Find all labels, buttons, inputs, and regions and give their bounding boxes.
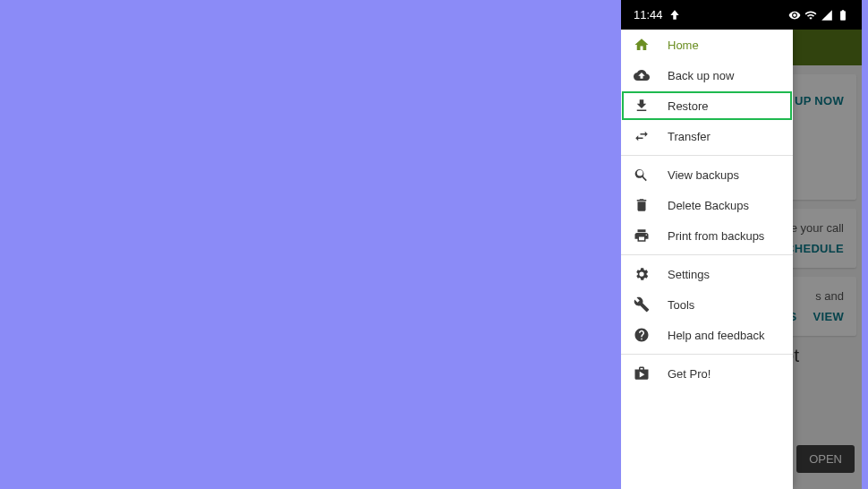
- navigation-drawer: Home Back up now Restore Transfer View: [621, 30, 793, 489]
- divider: [621, 155, 793, 156]
- status-right: [788, 9, 849, 21]
- drawer-item-restore[interactable]: Restore: [621, 90, 793, 121]
- drawer-item-settings[interactable]: Settings: [621, 259, 793, 289]
- help-icon: [634, 327, 650, 343]
- drawer-label: View backups: [668, 168, 739, 182]
- drawer-item-home[interactable]: Home: [621, 30, 793, 60]
- status-time: 11:44: [634, 8, 663, 21]
- divider: [621, 354, 793, 355]
- drawer-item-getpro[interactable]: Get Pro!: [621, 358, 793, 389]
- drawer-label: Home: [668, 39, 699, 52]
- transfer-icon: [634, 128, 650, 144]
- drawer-item-tools[interactable]: Tools: [621, 289, 793, 320]
- notification-icon: [668, 9, 681, 21]
- battery-icon: [837, 9, 849, 21]
- drawer-label: Delete Backups: [668, 199, 749, 212]
- shop-icon: [634, 365, 650, 382]
- divider: [621, 254, 793, 255]
- gear-icon: [634, 266, 650, 282]
- wifi-icon: [804, 9, 817, 21]
- drawer-label: Back up now: [668, 69, 734, 82]
- signal-icon: [821, 9, 833, 21]
- drawer-label: Print from backups: [668, 229, 764, 243]
- status-left: 11:44: [634, 8, 681, 21]
- phone-screen: 11:44 CK UP NOW: [621, 0, 862, 489]
- download-icon: [634, 98, 650, 114]
- drawer-label: Restore: [668, 99, 709, 113]
- drawer-label: Settings: [668, 268, 710, 281]
- drawer-label: Tools: [668, 298, 694, 312]
- drawer-item-print[interactable]: Print from backups: [621, 220, 793, 251]
- eye-icon: [788, 9, 801, 21]
- drawer-item-transfer[interactable]: Transfer: [621, 121, 793, 151]
- drawer-label: Transfer: [668, 130, 711, 143]
- drawer-label: Help and feedback: [668, 329, 764, 342]
- print-icon: [634, 227, 650, 244]
- search-icon: [634, 167, 650, 183]
- drawer-label: Get Pro!: [668, 367, 711, 381]
- drawer-item-backup[interactable]: Back up now: [621, 60, 793, 90]
- wrench-icon: [634, 296, 650, 313]
- drawer-item-help[interactable]: Help and feedback: [621, 320, 793, 350]
- home-icon: [634, 37, 650, 53]
- cloud-upload-icon: [634, 67, 650, 83]
- delete-icon: [634, 197, 650, 213]
- drawer-item-view-backups[interactable]: View backups: [621, 159, 793, 190]
- drawer-item-delete-backups[interactable]: Delete Backups: [621, 190, 793, 220]
- status-bar: 11:44: [621, 0, 862, 30]
